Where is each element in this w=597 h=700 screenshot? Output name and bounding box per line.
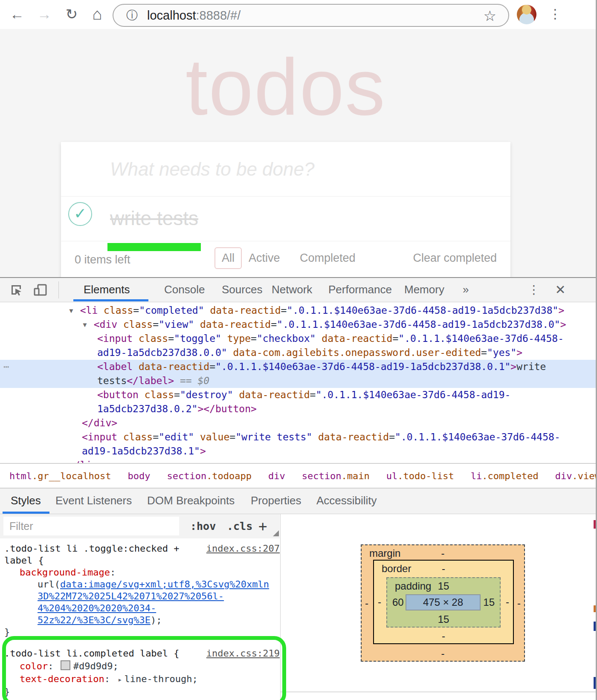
- code-token: :: [104, 674, 116, 684]
- devtools-menu-icon[interactable]: ⋮: [525, 278, 542, 301]
- inspect-element-icon[interactable]: [9, 283, 23, 297]
- css-rule-line[interactable]: 4%204%2020%2020%2034-: [0, 602, 280, 615]
- devtools-tab-console[interactable]: Console: [164, 278, 205, 301]
- css-rule-line[interactable]: 52z%22/%3E%3C/svg%3E);: [0, 614, 280, 627]
- toggle-hover-state-button[interactable]: :hov: [190, 514, 216, 538]
- sidebar-tab-dom-breakpoints[interactable]: DOM Breakpoints: [147, 489, 235, 512]
- box-model-content[interactable]: 475 × 28: [406, 594, 481, 610]
- new-style-rule-button[interactable]: +: [258, 514, 267, 538]
- breadcrumb-item-ul-todo-list[interactable]: ul.todo-list: [384, 468, 457, 484]
- css-rule-line[interactable]: label {: [0, 554, 280, 567]
- dom-tree-line[interactable]: ⋯<label data-reactid=".0.1.1.$140e63ae-3…: [0, 360, 597, 374]
- new-todo-input[interactable]: [61, 142, 510, 197]
- address-bar[interactable]: ⓘ localhost:8888/#/ ☆: [113, 4, 509, 27]
- padding-bottom-value[interactable]: 15: [438, 613, 449, 625]
- code-token: class: [123, 319, 153, 330]
- breadcrumb-item-html-gr-localhost[interactable]: html.gr__localhost: [7, 468, 113, 484]
- dom-tree-line[interactable]: </li>: [0, 458, 597, 463]
- box-model-border[interactable]: border - - - - padding 15 60 15 15 475 ×…: [373, 560, 514, 644]
- code-token: =: [251, 333, 257, 344]
- todo-toggle-checkbox[interactable]: ✓: [68, 202, 92, 226]
- margin-left-value[interactable]: -: [365, 597, 368, 609]
- devtools-tab-more[interactable]: »: [463, 278, 469, 301]
- device-toolbar-icon[interactable]: [33, 283, 48, 297]
- sidebar-tab-accessibility[interactable]: Accessibility: [316, 489, 377, 512]
- code-token: write: [516, 361, 546, 372]
- box-model-margin[interactable]: margin - - - - border - - - - padding 15…: [361, 544, 525, 662]
- padding-right-value[interactable]: 15: [483, 596, 495, 608]
- breadcrumb-item-li-completed[interactable]: li.completed: [468, 468, 541, 484]
- code-token: >: [560, 319, 566, 330]
- resize-corner[interactable]: [273, 530, 279, 536]
- border-left-value[interactable]: -: [378, 596, 381, 608]
- browser-menu-icon[interactable]: ⋮: [546, 0, 565, 28]
- css-rule-line[interactable]: .todo-list li.completed label {index.css…: [0, 647, 280, 660]
- breadcrumb-item-section-main[interactable]: section.main: [299, 468, 372, 484]
- home-icon[interactable]: ⌂: [88, 0, 107, 28]
- styles-filter-input[interactable]: [3, 517, 179, 535]
- devtools-close-icon[interactable]: ✕: [551, 278, 570, 301]
- css-rule-line[interactable]: background-image:: [0, 566, 280, 579]
- forward-icon[interactable]: →: [35, 0, 54, 28]
- dom-tree-line[interactable]: tests</label> == $0: [0, 374, 597, 388]
- sidebar-tab-styles[interactable]: Styles: [11, 489, 41, 512]
- code-token: [204, 305, 210, 316]
- url-text[interactable]: localhost:8888/#/: [147, 9, 241, 23]
- dom-tree-line[interactable]: <button class="destroy" data-reactid=".0…: [0, 388, 597, 402]
- css-rule-line[interactable]: url(data:image/svg+xml;utf8,%3Csvg%20xml…: [0, 578, 280, 591]
- sidebar-tab-event-listeners[interactable]: Event Listeners: [55, 489, 132, 512]
- breadcrumb-item-section-todoapp[interactable]: section.todoapp: [164, 468, 254, 484]
- margin-bottom-value[interactable]: -: [441, 648, 445, 660]
- dom-tree-line[interactable]: <input class="toggle" type="checkbox" da…: [0, 332, 597, 346]
- code-token: data-reactid: [239, 389, 310, 400]
- todo-item-label[interactable]: write tests: [110, 197, 198, 241]
- dom-tree-line[interactable]: ▾ <li class="completed" data-reactid=".0…: [0, 304, 597, 318]
- devtools-tab-memory[interactable]: Memory: [404, 278, 444, 301]
- padding-left-value[interactable]: 60: [392, 596, 404, 608]
- stylesheet-link[interactable]: index.css:219: [206, 647, 280, 660]
- toggle-classes-button[interactable]: .cls: [227, 514, 252, 538]
- todo-list-item[interactable]: ✓ write tests: [61, 197, 510, 241]
- margin-top-value[interactable]: -: [441, 547, 445, 559]
- selected-node-dots-icon[interactable]: ⋯: [3, 360, 10, 374]
- dom-tree-line[interactable]: ▾ <div class="view" data-reactid=".0.1.1…: [0, 318, 597, 332]
- devtools-tab-sources[interactable]: Sources: [222, 278, 262, 301]
- devtools-tab-performance[interactable]: Performance: [328, 278, 392, 301]
- code-token: =: [209, 361, 215, 372]
- border-top-value[interactable]: -: [442, 563, 445, 575]
- box-model-padding[interactable]: padding 15 60 15 15 475 × 28: [386, 577, 501, 628]
- bookmark-star-icon[interactable]: ☆: [484, 5, 496, 26]
- filter-all[interactable]: All: [214, 247, 242, 269]
- css-rule-line[interactable]: }: [0, 626, 280, 639]
- sidebar-tab-properties[interactable]: Properties: [251, 489, 301, 512]
- dom-tree-line[interactable]: ad19-1a5dcb237d38.1">: [0, 444, 597, 458]
- dom-tree-line[interactable]: 1a5dcb237d38.0.2"></button>: [0, 402, 597, 416]
- css-rule-line[interactable]: text-decoration: ▸line-through;: [0, 673, 280, 686]
- padding-top-value[interactable]: 15: [438, 580, 449, 592]
- css-rule-line[interactable]: .todo-list li .toggle:checked +index.css…: [0, 542, 280, 555]
- breadcrumb-item-body[interactable]: body: [125, 468, 153, 484]
- code-token: ".0.1.1.$140e63ae-37d6-4458-ad19-: [316, 389, 510, 400]
- css-rule-line[interactable]: }: [0, 686, 280, 698]
- devtools-tab-network[interactable]: Network: [272, 278, 312, 301]
- filter-active[interactable]: Active: [249, 252, 280, 265]
- clear-completed-button[interactable]: Clear completed: [413, 252, 497, 265]
- css-rule-line[interactable]: 3D%22M72%2025L42%2071%2027%2056l-: [0, 590, 280, 603]
- profile-avatar[interactable]: [517, 5, 536, 24]
- dom-tree-line[interactable]: ad19-1a5dcb237d38.0.0" data-com.agilebit…: [0, 346, 597, 360]
- site-info-icon[interactable]: ⓘ: [126, 8, 138, 23]
- stylesheet-link[interactable]: index.css:207: [206, 542, 280, 555]
- dom-tree-line[interactable]: <input class="edit" value="write tests" …: [0, 430, 597, 444]
- border-bottom-value[interactable]: -: [442, 630, 445, 642]
- reload-icon[interactable]: ↻: [62, 0, 81, 28]
- devtools-tab-elements[interactable]: Elements: [84, 278, 130, 301]
- css-rule-line[interactable]: color: #d9d9d9;: [0, 660, 280, 673]
- back-icon[interactable]: ←: [8, 0, 26, 28]
- clipped-content-sliver: [594, 605, 596, 612]
- dom-tree-line[interactable]: </div>: [0, 416, 597, 430]
- breadcrumb-item-div[interactable]: div: [266, 468, 288, 484]
- border-right-value[interactable]: -: [506, 596, 509, 608]
- filter-completed[interactable]: Completed: [300, 252, 356, 265]
- margin-right-value[interactable]: -: [517, 597, 521, 609]
- breadcrumb-item-div-view[interactable]: div.view: [553, 468, 597, 484]
